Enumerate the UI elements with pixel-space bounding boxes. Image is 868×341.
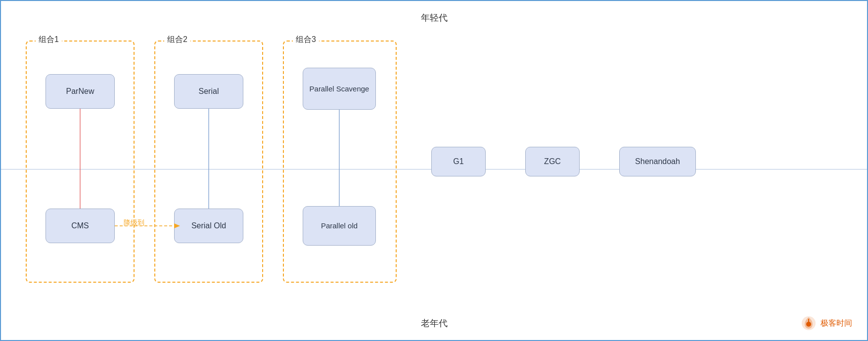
shenandoah-node: Shenandoah [619, 147, 696, 176]
g1-node: G1 [431, 147, 486, 176]
old-gen-label: 老年代 [421, 317, 448, 329]
zgc-node: ZGC [525, 147, 580, 176]
downgrade-label: 降级到 [124, 218, 144, 227]
group2-label: 组合2 [164, 35, 190, 45]
young-gen-label: 年轻代 [421, 12, 448, 24]
parallel-old-node: Parallel old [303, 206, 376, 246]
logo-icon [801, 315, 817, 331]
parallel-scavenge-node: Parallel Scavenge [303, 68, 376, 110]
serial-old-node: Serial Old [174, 209, 243, 243]
group3-label: 组合3 [293, 35, 319, 45]
logo-area: 极客时间 [801, 315, 852, 331]
parnew-node: ParNew [46, 74, 115, 109]
group1-label: 组合1 [36, 35, 62, 45]
svg-point-6 [806, 322, 811, 327]
main-container: 年轻代 老年代 组合1 组合2 组合3 ParNew CMS Serial Se… [0, 0, 868, 341]
logo-text: 极客时间 [821, 318, 852, 329]
serial-node: Serial [174, 74, 243, 109]
cms-node: CMS [46, 209, 115, 243]
